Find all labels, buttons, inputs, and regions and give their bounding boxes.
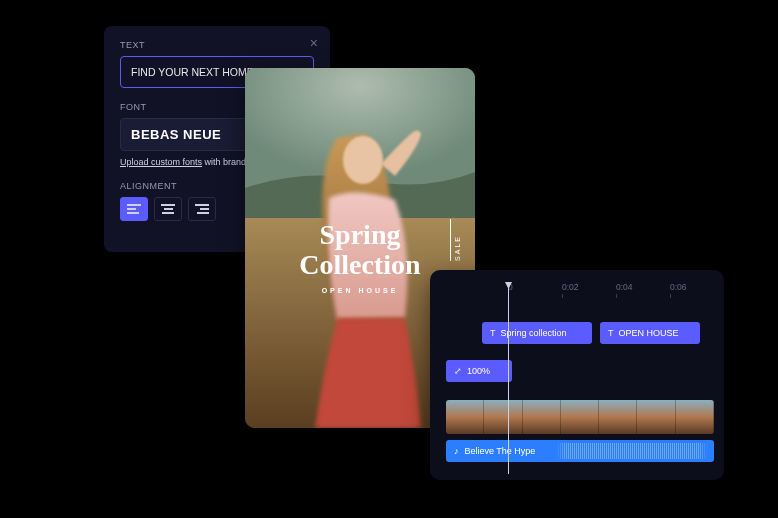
close-icon[interactable]: × (310, 36, 318, 50)
text-icon: T (490, 328, 496, 338)
audio-label: Believe The Hype (465, 446, 536, 456)
video-thumb (561, 400, 599, 434)
waveform (556, 443, 708, 459)
text-clip-openhouse[interactable]: T OPEN HOUSE (600, 322, 700, 344)
text-section-label: TEXT (120, 40, 314, 50)
preview-title-line1: Spring (299, 220, 420, 249)
align-right-button[interactable] (188, 197, 216, 221)
scale-clip[interactable]: ⤢ 100% (446, 360, 512, 382)
clip-label: 100% (467, 366, 490, 376)
font-name: BEBAS NEUE (131, 127, 221, 142)
clip-label: Spring collection (501, 328, 567, 338)
video-thumb (446, 400, 484, 434)
text-clip-spring[interactable]: T Spring collection (482, 322, 592, 344)
video-thumb (637, 400, 675, 434)
align-center-button[interactable] (154, 197, 182, 221)
upload-fonts-link[interactable]: Upload custom fonts (120, 157, 202, 167)
preview-text-overlay[interactable]: Spring Collection OPEN HOUSE (299, 220, 420, 294)
timeline-ruler[interactable]: 0 0:02 0:04 0:06 (508, 282, 724, 300)
timeline-panel: 0 0:02 0:04 0:06 T Spring collection T O… (430, 270, 724, 480)
preview-side-text: SALE (454, 235, 461, 261)
video-thumb (484, 400, 522, 434)
ruler-tick: 0:04 (616, 282, 670, 300)
text-icon: T (608, 328, 614, 338)
video-thumb (676, 400, 714, 434)
audio-clip[interactable]: ♪ Believe The Hype (446, 440, 714, 462)
align-left-button[interactable] (120, 197, 148, 221)
preview-subtitle: OPEN HOUSE (299, 287, 420, 294)
ruler-tick: 0 (508, 282, 562, 300)
playhead[interactable] (508, 286, 509, 474)
clip-label: OPEN HOUSE (619, 328, 679, 338)
ruler-tick: 0:06 (670, 282, 724, 300)
video-track[interactable] (446, 400, 714, 434)
ruler-tick: 0:02 (562, 282, 616, 300)
preview-divider (450, 219, 451, 261)
scale-icon: ⤢ (454, 366, 462, 376)
svg-point-2 (343, 136, 383, 184)
preview-title-line2: Collection (299, 250, 420, 279)
music-note-icon: ♪ (454, 446, 459, 456)
video-thumb (599, 400, 637, 434)
video-thumb (523, 400, 561, 434)
timeline-tracks: T Spring collection T OPEN HOUSE ⤢ 100% … (430, 304, 724, 474)
